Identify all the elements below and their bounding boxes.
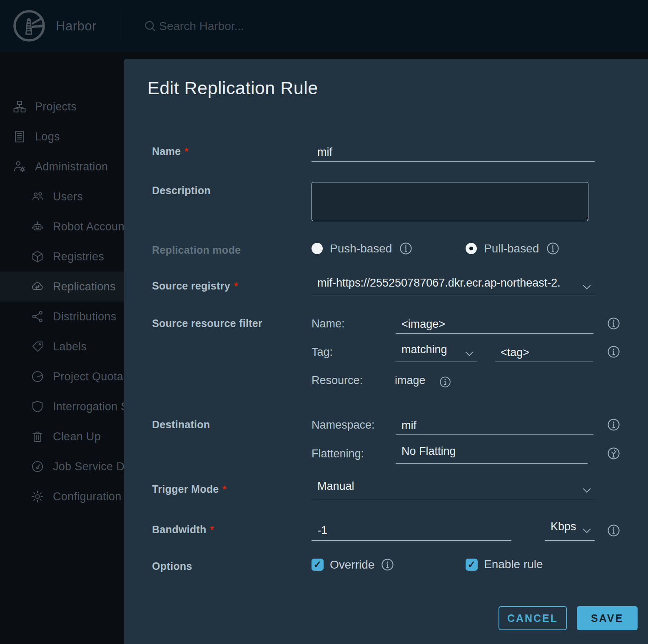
- screen: Harbor Search Harbor... Projects Logs Ad…: [0, 0, 648, 644]
- namespace-info-icon[interactable]: [607, 418, 621, 432]
- share-icon: [30, 310, 45, 324]
- gauge-icon: [30, 459, 45, 474]
- pull-based-info-icon[interactable]: [546, 242, 560, 255]
- enable-rule-checkbox[interactable]: ✓: [466, 559, 478, 571]
- enable-rule-option[interactable]: ✓ Enable rule: [466, 558, 543, 571]
- destination-namespace-row: Destination Namespace:: [124, 416, 648, 436]
- edit-replication-rule-modal: Edit Replication Rule Name* Description …: [124, 59, 648, 644]
- brand-title: Harbor: [56, 0, 97, 52]
- replication-mode-row: Replication mode Push-based Pull-based: [124, 241, 648, 260]
- shield-icon: [30, 399, 45, 414]
- description-row: Description: [124, 182, 648, 224]
- flattening-select[interactable]: No Flatting: [396, 445, 588, 464]
- source-registry-row: Source registry* mif-https://25525078706…: [124, 277, 648, 297]
- bandwidth-input[interactable]: [312, 520, 511, 541]
- pull-based-radio[interactable]: [466, 243, 477, 254]
- description-label: Description: [152, 185, 211, 197]
- app-header: Harbor Search Harbor...: [0, 0, 648, 52]
- bandwidth-unit-select[interactable]: Kbps: [545, 520, 595, 541]
- override-checkbox[interactable]: ✓: [312, 559, 324, 571]
- gear-icon: [30, 489, 45, 504]
- trigger-mode-label: Trigger Mode*: [152, 483, 227, 495]
- pie-chart-icon: [30, 369, 45, 384]
- filter-resource-row: Resource: image: [124, 372, 648, 392]
- chevron-down-icon: [582, 280, 591, 293]
- source-registry-label: Source registry*: [152, 280, 238, 292]
- filter-resource-label: Resource:: [312, 374, 363, 387]
- global-search-input[interactable]: Search Harbor...: [143, 0, 244, 52]
- filter-name-input[interactable]: [396, 315, 593, 334]
- filter-name-info-icon[interactable]: [607, 317, 621, 330]
- description-textarea[interactable]: [312, 182, 588, 221]
- chevron-down-icon: [582, 483, 591, 496]
- filter-resource-info-icon[interactable]: [439, 376, 451, 388]
- logs-icon: [12, 130, 27, 144]
- push-based-radio[interactable]: [312, 243, 323, 254]
- destination-label: Destination: [152, 419, 210, 431]
- replication-mode-label: Replication mode: [152, 244, 241, 256]
- name-label: Name*: [152, 145, 189, 157]
- filter-name-label: Name:: [312, 317, 345, 330]
- namespace-input[interactable]: [396, 416, 593, 435]
- bandwidth-info-icon[interactable]: [607, 524, 621, 537]
- override-option[interactable]: ✓ Override: [312, 558, 394, 572]
- replication-cloud-icon: [30, 280, 45, 294]
- override-info-icon[interactable]: [381, 558, 394, 572]
- push-based-info-icon[interactable]: [399, 242, 413, 255]
- cancel-button[interactable]: CANCEL: [498, 606, 567, 630]
- destination-flattening-row: Flattening: No Flatting: [124, 445, 648, 465]
- push-based-option[interactable]: Push-based: [312, 242, 413, 255]
- harbor-logo-icon: [12, 9, 46, 42]
- options-label: Options: [152, 560, 192, 572]
- search-placeholder: Search Harbor...: [159, 20, 244, 33]
- name-row: Name*: [124, 143, 648, 164]
- name-input[interactable]: [312, 143, 595, 162]
- trigger-mode-row: Trigger Mode* Manual: [124, 480, 648, 502]
- flattening-label: Flattening:: [312, 447, 364, 460]
- namespace-label: Namespace:: [312, 419, 375, 432]
- options-row: Options ✓ Override ✓ Enable rule: [124, 558, 648, 578]
- source-registry-select[interactable]: mif-https://255250787067.dkr.ecr.ap-nort…: [312, 277, 595, 295]
- trash-icon: [30, 429, 45, 444]
- org-chart-icon: [12, 100, 27, 114]
- cube-icon: [30, 250, 45, 264]
- filter-tag-input[interactable]: [495, 343, 593, 362]
- chevron-down-icon: [582, 524, 591, 537]
- filter-name-row: Source resource filter Name:: [124, 315, 648, 335]
- pull-based-option[interactable]: Pull-based: [466, 242, 560, 255]
- tag-match-select[interactable]: matching: [396, 343, 477, 362]
- bandwidth-row: Bandwidth* Kbps: [124, 520, 648, 542]
- chevron-down-icon: [465, 347, 474, 359]
- filter-tag-row: Tag: matching: [124, 343, 648, 363]
- tag-icon: [30, 339, 45, 354]
- header-divider: [123, 11, 123, 42]
- admin-gear-icon: [12, 160, 27, 174]
- modal-title: Edit Replication Rule: [147, 78, 318, 98]
- bandwidth-label: Bandwidth*: [152, 524, 214, 536]
- filter-tag-label: Tag:: [312, 346, 333, 359]
- flattening-info-icon[interactable]: [607, 447, 621, 460]
- trigger-mode-select[interactable]: Manual: [312, 480, 595, 500]
- filter-tag-info-icon[interactable]: [607, 345, 621, 359]
- filter-resource-value: image: [395, 374, 426, 387]
- users-icon: [30, 190, 45, 204]
- save-button[interactable]: SAVE: [577, 606, 638, 630]
- source-resource-filter-label: Source resource filter: [152, 317, 262, 329]
- robot-icon: [30, 220, 45, 234]
- search-icon: [143, 19, 157, 33]
